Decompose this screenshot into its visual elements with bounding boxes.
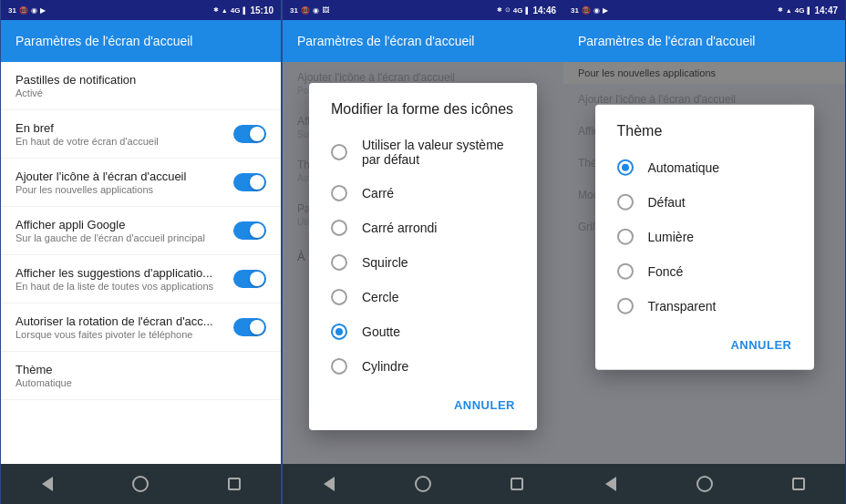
nav-back-3[interactable] xyxy=(601,474,621,494)
option-squircle-label: Squircle xyxy=(362,254,408,269)
radio-carre[interactable] xyxy=(331,184,347,201)
status-right-1: ✱ ▲ 4G ▌ 15:10 xyxy=(213,5,273,15)
nav-recents-3[interactable] xyxy=(789,474,809,494)
bluetooth-icon-2: ✱ xyxy=(497,6,502,14)
recents-icon-3 xyxy=(792,478,805,490)
option-carre[interactable]: Carré xyxy=(309,175,537,210)
status-time-2: 14:46 xyxy=(532,5,556,15)
settings-content-3: Pour les nouvelles applications Ajouter … xyxy=(563,62,845,464)
setting-theme[interactable]: Thème Automatique xyxy=(1,352,281,400)
radio-cylindre[interactable] xyxy=(331,357,347,374)
app-bar-2: Paramètres de l'écran d'accueil xyxy=(283,20,563,62)
setting-notifications-text: Pastilles de notification Activé xyxy=(15,73,255,98)
app-bar-1: Paramètres de l'écran d'accueil xyxy=(1,20,281,62)
cancel-button-2[interactable]: ANNULER xyxy=(447,390,522,418)
toggle-rotation[interactable] xyxy=(233,318,266,336)
status-bar-1: 31 📵 ◉ ▶ ✱ ▲ 4G ▌ 15:10 xyxy=(1,0,281,20)
setting-theme-title: Thème xyxy=(15,363,255,376)
setting-rotation-subtitle: Lorsque vous faites pivoter le téléphone xyxy=(15,329,222,340)
radio-transparent[interactable] xyxy=(617,298,634,314)
bottom-nav-2 xyxy=(283,464,563,504)
wifi-icon-2: ⊙ xyxy=(505,6,511,14)
setting-google-app[interactable]: Afficher appli Google Sur la gauche de l… xyxy=(1,207,281,255)
option-lumiere[interactable]: Lumière xyxy=(595,220,814,254)
icon-shape-dialog: Modifier la forme des icônes Utiliser la… xyxy=(309,82,537,429)
nav-back-1[interactable] xyxy=(37,474,57,494)
bluetooth-icon-1: ✱ xyxy=(213,6,219,14)
status-date-1: 31 xyxy=(8,6,16,15)
radio-goutte[interactable] xyxy=(331,323,347,339)
nav-home-3[interactable] xyxy=(695,474,715,494)
toggle-suggestions[interactable] xyxy=(233,270,266,288)
status-left-1: 31 📵 ◉ ▶ xyxy=(8,6,46,15)
setting-add-icon[interactable]: Ajouter l'icône à l'écran d'accueil Pour… xyxy=(1,159,281,207)
option-cylindre[interactable]: Cylindre xyxy=(309,348,537,383)
app-bar-title-3: Paramètres de l'écran d'accueil xyxy=(578,34,755,48)
network-icon-1: 4G xyxy=(231,6,241,15)
setting-rotation[interactable]: Autoriser la rotation de l'écran d'acc..… xyxy=(1,303,281,352)
bluetooth-icon-3: ✱ xyxy=(778,6,783,14)
status-left-3: 31 📵 ◉ ▶ xyxy=(571,6,608,15)
radio-carre-arrondi[interactable] xyxy=(331,219,347,235)
radio-cercle[interactable] xyxy=(331,288,347,304)
option-carre-arrondi-label: Carré arrondi xyxy=(362,220,437,234)
radio-lumiere[interactable] xyxy=(617,229,634,245)
setting-rotation-text: Autoriser la rotation de l'écran d'acc..… xyxy=(15,314,222,340)
nav-home-2[interactable] xyxy=(413,474,433,494)
wifi-icon-1: ▲ xyxy=(222,7,228,14)
nav-back-2[interactable] xyxy=(319,474,339,494)
option-carre-arrondi[interactable]: Carré arrondi xyxy=(309,210,537,244)
nav-recents-2[interactable] xyxy=(507,474,527,494)
network-icon-2: 4G xyxy=(513,6,523,15)
radio-automatique[interactable] xyxy=(617,159,634,176)
setting-theme-text: Thème Automatique xyxy=(15,363,255,388)
option-goutte-label: Goutte xyxy=(362,324,400,338)
option-system-default[interactable]: Utiliser la valeur système par défaut xyxy=(309,128,537,175)
setting-suggestions-text: Afficher les suggestions d'applicatio...… xyxy=(15,266,222,292)
setting-suggestions-title: Afficher les suggestions d'applicatio... xyxy=(15,266,222,280)
bottom-nav-1 xyxy=(1,464,281,504)
settings-content-2: Ajouter l'icône à l'écran d'accueil Pour… xyxy=(283,62,563,464)
option-lumiere-label: Lumière xyxy=(648,230,695,244)
option-automatique[interactable]: Automatique xyxy=(595,150,814,185)
radio-squircle[interactable] xyxy=(331,253,347,270)
option-defaut[interactable]: Défaut xyxy=(595,185,814,220)
icon-shape-dialog-title: Modifier la forme des icônes xyxy=(309,82,537,128)
nav-home-1[interactable] xyxy=(130,474,150,494)
status-date-3: 31 xyxy=(571,6,579,15)
setting-notifications-title: Pastilles de notification xyxy=(15,73,255,87)
toggle-add-icon[interactable] xyxy=(233,173,266,191)
phone-panel-1: 31 📵 ◉ ▶ ✱ ▲ 4G ▌ 15:10 Paramètres de l'… xyxy=(0,0,282,504)
option-squircle[interactable]: Squircle xyxy=(309,244,537,279)
option-transparent-label: Transparent xyxy=(648,299,717,314)
radio-system-default[interactable] xyxy=(331,143,347,159)
setting-google-app-subtitle: Sur la gauche de l'écran d'accueil princ… xyxy=(15,232,222,243)
back-icon-2 xyxy=(324,477,335,491)
radio-fonce[interactable] xyxy=(617,263,634,280)
nav-recents-1[interactable] xyxy=(224,474,244,494)
option-fonce[interactable]: Foncé xyxy=(595,254,814,289)
recents-icon-1 xyxy=(228,478,241,490)
setting-google-app-title: Afficher appli Google xyxy=(15,218,222,231)
radio-defaut[interactable] xyxy=(617,194,634,211)
status-bar-3: 31 📵 ◉ ▶ ✱ ▲ 4G ▌ 14:47 xyxy=(563,0,845,20)
toggle-google-app[interactable] xyxy=(233,221,266,240)
option-transparent[interactable]: Transparent xyxy=(595,289,814,324)
phone-panel-2: 31 📵 ◉ 🖼 ✱ ⊙ 4G ▌ 14:46 Paramètres de l'… xyxy=(282,0,563,504)
signal-icon-2: ▌ xyxy=(525,7,530,14)
recents-icon-2 xyxy=(511,478,523,490)
theme-dialog-title: Thème xyxy=(595,105,814,150)
setting-notifications[interactable]: Pastilles de notification Activé xyxy=(1,62,281,110)
option-cercle[interactable]: Cercle xyxy=(309,279,537,314)
status-right-3: ✱ ▲ 4G ▌ 14:47 xyxy=(778,5,838,15)
setting-brief[interactable]: En bref En haut de votre écran d'accueil xyxy=(1,110,281,159)
option-goutte[interactable]: Goutte xyxy=(309,314,537,348)
setting-suggestions[interactable]: Afficher les suggestions d'applicatio...… xyxy=(1,255,281,303)
cancel-button-3[interactable]: ANNULER xyxy=(723,331,799,359)
toggle-brief[interactable] xyxy=(233,125,266,143)
app-bar-3: Paramètres de l'écran d'accueil xyxy=(563,20,845,62)
option-defaut-label: Défaut xyxy=(648,195,686,210)
back-icon-3 xyxy=(605,477,616,491)
setting-rotation-title: Autoriser la rotation de l'écran d'acc..… xyxy=(15,314,222,328)
dialog-actions-3: ANNULER xyxy=(595,327,814,363)
